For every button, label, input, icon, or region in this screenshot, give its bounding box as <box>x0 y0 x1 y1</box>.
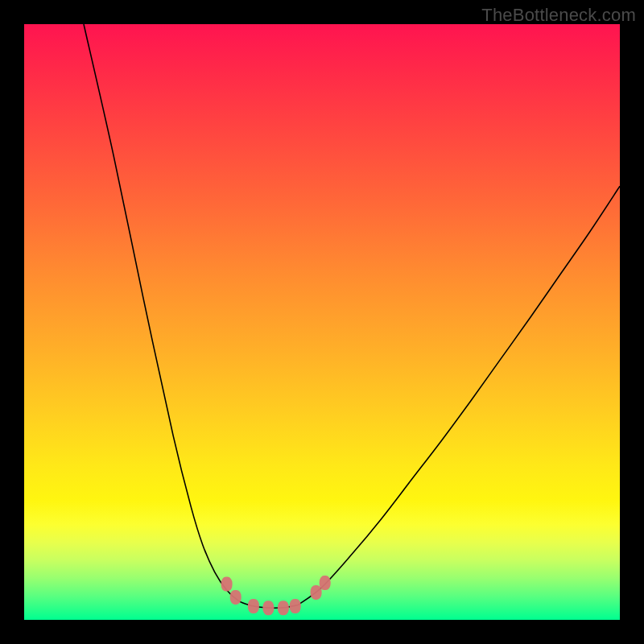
data-marker <box>278 601 289 615</box>
data-marker <box>221 577 233 592</box>
data-marker <box>248 599 259 613</box>
plot-area <box>24 24 620 620</box>
chart-container: TheBottleneck.com <box>0 0 644 644</box>
chart-svg <box>24 24 620 620</box>
data-marker <box>320 576 331 590</box>
data-marker <box>290 599 301 613</box>
data-marker <box>230 590 242 605</box>
data-marker <box>311 585 322 600</box>
markers-group <box>221 576 331 615</box>
data-marker <box>262 601 274 615</box>
curve-right-branch <box>298 186 620 605</box>
watermark-label: TheBottleneck.com <box>481 5 636 26</box>
curve-left-branch <box>84 24 250 605</box>
